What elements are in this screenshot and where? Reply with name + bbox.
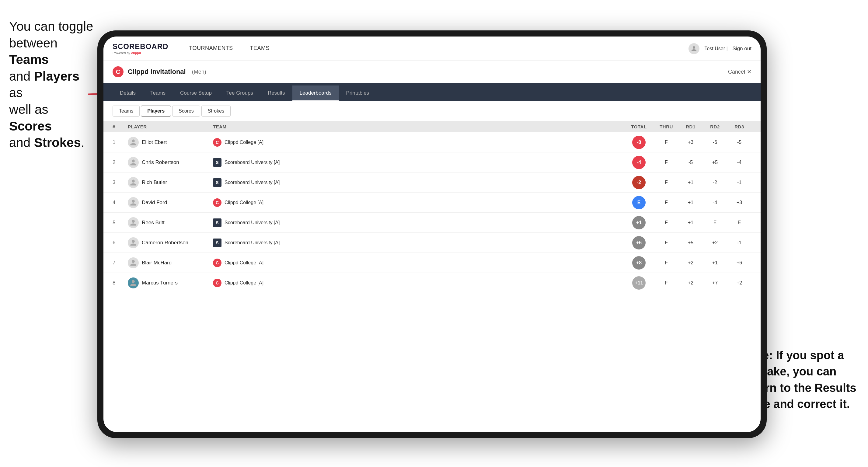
total-cell: +6: [624, 236, 654, 249]
rd3-cell: -5: [727, 139, 751, 145]
tab-results[interactable]: Results: [260, 86, 292, 101]
tab-course-setup[interactable]: Course Setup: [173, 86, 219, 101]
rd2-cell: +7: [703, 280, 727, 286]
player-avatar: [128, 197, 139, 208]
rank-cell: 5: [113, 220, 128, 226]
nav-links: TOURNAMENTS TEAMS: [180, 36, 688, 61]
rd3-cell: +2: [727, 280, 751, 286]
rd1-cell: +5: [678, 240, 703, 246]
score-badge: E: [632, 196, 646, 209]
rd3-cell: +3: [727, 200, 751, 205]
rd1-cell: +3: [678, 139, 703, 145]
col-rd2: RD2: [703, 124, 727, 129]
total-cell: -2: [624, 176, 654, 189]
team-logo: S: [213, 178, 221, 187]
logo-area: SCOREBOARD Powered by clippd: [113, 42, 168, 55]
total-cell: +11: [624, 276, 654, 290]
thru-cell: F: [654, 220, 678, 225]
team-logo: C: [213, 198, 221, 207]
col-team: TEAM: [213, 124, 341, 129]
rank-cell: 7: [113, 260, 128, 266]
col-spacer: [341, 124, 624, 129]
rd2-cell: -4: [703, 200, 727, 205]
player-avatar: [128, 237, 139, 248]
bold-teams: Teams: [9, 52, 49, 67]
user-icon: [688, 43, 700, 54]
rank-cell: 2: [113, 159, 128, 165]
table-row: 2 Chris Robertson S Scoreboard Universit…: [103, 152, 761, 173]
tablet-screen: SCOREBOARD Powered by clippd TOURNAMENTS…: [103, 36, 761, 432]
player-cell: Marcus Turners: [128, 277, 213, 288]
col-rank: #: [113, 124, 128, 129]
nav-right: Test User | Sign out: [688, 43, 751, 54]
tab-leaderboards[interactable]: Leaderboards: [292, 86, 339, 101]
tab-printables[interactable]: Printables: [339, 86, 377, 101]
toggle-row: Teams Players Scores Strokes: [103, 101, 761, 121]
toggle-strokes[interactable]: Strokes: [202, 105, 230, 117]
table-row: 4 David Ford C Clippd College [A] E F +1: [103, 193, 761, 213]
player-avatar: [128, 257, 139, 268]
tournament-icon: C: [113, 66, 124, 77]
player-cell: Cameron Robertson: [128, 237, 213, 248]
rd3-cell: E: [727, 220, 751, 225]
thru-cell: F: [654, 160, 678, 165]
table-header: # PLAYER TEAM TOTAL THRU RD1 RD2 RD3: [103, 121, 761, 132]
score-badge: -8: [632, 136, 646, 149]
rd2-cell: +2: [703, 240, 727, 246]
cancel-icon: ✕: [747, 68, 751, 75]
thru-cell: F: [654, 180, 678, 185]
logo-sub: Powered by clippd: [113, 51, 168, 55]
table-row: 5 Rees Britt S Scoreboard University [A]…: [103, 213, 761, 233]
tab-teams[interactable]: Teams: [143, 86, 173, 101]
rank-cell: 8: [113, 280, 128, 286]
score-badge: -2: [632, 176, 646, 189]
team-cell: C Clippd College [A]: [213, 279, 341, 287]
thru-cell: F: [654, 200, 678, 205]
sub-nav: Details Teams Course Setup Tee Groups Re…: [103, 83, 761, 101]
score-badge: +11: [632, 276, 646, 290]
rd3-cell: +6: [727, 260, 751, 266]
tablet-frame: SCOREBOARD Powered by clippd TOURNAMENTS…: [97, 30, 767, 438]
rd1-cell: +1: [678, 180, 703, 185]
thru-cell: F: [654, 240, 678, 246]
total-cell: +1: [624, 216, 654, 229]
cancel-button[interactable]: Cancel ✕: [728, 68, 751, 75]
team-cell: C Clippd College [A]: [213, 258, 341, 267]
tournament-title-area: C Clippd Invitational (Men): [113, 66, 206, 77]
team-cell: S Scoreboard University [A]: [213, 239, 341, 247]
top-nav: SCOREBOARD Powered by clippd TOURNAMENTS…: [103, 36, 761, 61]
tab-tee-groups[interactable]: Tee Groups: [219, 86, 260, 101]
total-cell: -4: [624, 156, 654, 169]
total-cell: -8: [624, 136, 654, 149]
toggle-players[interactable]: Players: [141, 105, 171, 117]
tab-details[interactable]: Details: [113, 86, 143, 101]
thru-cell: F: [654, 139, 678, 145]
score-badge: -4: [632, 156, 646, 169]
col-rd1: RD1: [678, 124, 703, 129]
rd2-cell: +5: [703, 160, 727, 165]
bold-strokes: Strokes: [34, 135, 81, 150]
rank-cell: 6: [113, 240, 128, 246]
rd2-cell: +1: [703, 260, 727, 266]
toggle-scores[interactable]: Scores: [172, 105, 200, 117]
nav-tournaments[interactable]: TOURNAMENTS: [180, 36, 241, 61]
rank-cell: 4: [113, 199, 128, 206]
thru-cell: F: [654, 260, 678, 266]
rd3-cell: -1: [727, 240, 751, 246]
player-cell: Chris Robertson: [128, 157, 213, 168]
player-avatar: [128, 177, 139, 188]
player-avatar: [128, 217, 139, 228]
toggle-teams[interactable]: Teams: [113, 105, 140, 117]
rd2-cell: -6: [703, 139, 727, 145]
rd1-cell: +2: [678, 260, 703, 266]
rd2-cell: E: [703, 220, 727, 225]
player-cell: Blair McHarg: [128, 257, 213, 268]
sign-out-link[interactable]: Sign out: [733, 45, 751, 52]
team-logo: S: [213, 158, 221, 167]
table-row: 7 Blair McHarg C Clippd College [A] +8 F…: [103, 253, 761, 273]
table-row: 1 Elliot Ebert C Clippd College [A] -8 F…: [103, 132, 761, 152]
rd1-cell: +1: [678, 200, 703, 205]
player-cell: Elliot Ebert: [128, 137, 213, 148]
nav-teams[interactable]: TEAMS: [242, 36, 278, 61]
team-cell: S Scoreboard University [A]: [213, 178, 341, 187]
